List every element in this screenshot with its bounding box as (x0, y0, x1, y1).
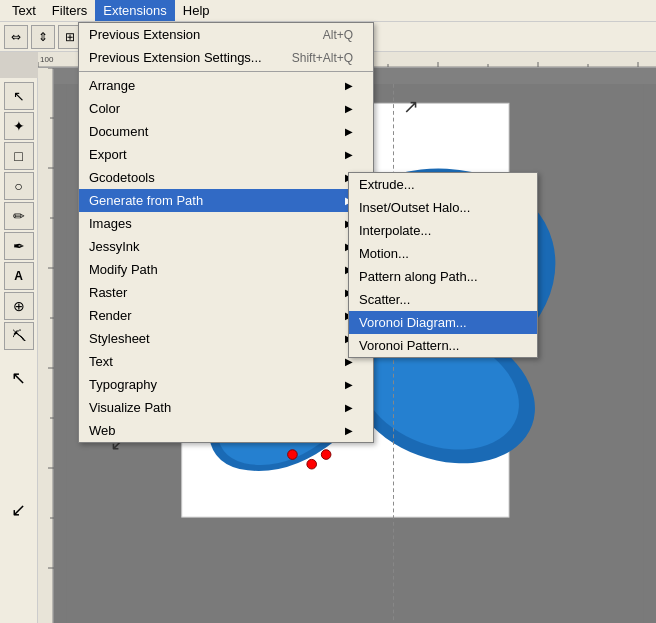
submenu-pattern-along-path[interactable]: Pattern along Path... (349, 265, 537, 288)
web-label: Web (89, 423, 116, 438)
prev-ext-label: Previous Extension (89, 27, 200, 42)
menu-images[interactable]: Images ▶ (79, 212, 373, 235)
svg-text:100: 100 (40, 55, 54, 64)
submenu-inset-outset[interactable]: Inset/Outset Halo... (349, 196, 537, 219)
submenu-scatter[interactable]: Scatter... (349, 288, 537, 311)
inset-outset-label: Inset/Outset Halo... (359, 200, 470, 215)
menu-previous-extension-settings[interactable]: Previous Extension Settings... Shift+Alt… (79, 46, 373, 69)
extensions-menu-popup: Previous Extension Alt+Q Previous Extens… (78, 22, 374, 443)
tool-ellipse[interactable]: ○ (4, 172, 34, 200)
menu-raster[interactable]: Raster ▶ (79, 281, 373, 304)
left-toolbar: ↖ ✦ □ ○ ✏ ✒ A ⊕ ⛏ ↖ ↙ (0, 78, 38, 623)
gcodetools-label: Gcodetools (89, 170, 155, 185)
tool-text[interactable]: A (4, 262, 34, 290)
tool-pen[interactable]: ✒ (4, 232, 34, 260)
motion-label: Motion... (359, 246, 409, 261)
color-label: Color (89, 101, 120, 116)
document-label: Document (89, 124, 148, 139)
svg-point-63 (321, 450, 331, 460)
web-arrow: ▶ (345, 425, 353, 436)
pattern-along-path-label: Pattern along Path... (359, 269, 478, 284)
menu-text[interactable]: Text (4, 0, 44, 21)
tool-node[interactable]: ✦ (4, 112, 34, 140)
arrange-arrow: ▶ (345, 80, 353, 91)
export-arrow: ▶ (345, 149, 353, 160)
extrude-label: Extrude... (359, 177, 415, 192)
submenu-interpolate[interactable]: Interpolate... (349, 219, 537, 242)
visualize-path-label: Visualize Path (89, 400, 171, 415)
tool-zoom[interactable]: ⊕ (4, 292, 34, 320)
stylesheet-label: Stylesheet (89, 331, 150, 346)
ruler-vertical (38, 68, 54, 623)
menu-visualize-path[interactable]: Visualize Path ▶ (79, 396, 373, 419)
submenu-voronoi-diagram[interactable]: Voronoi Diagram... (349, 311, 537, 334)
submenu-voronoi-pattern[interactable]: Voronoi Pattern... (349, 334, 537, 357)
extensions-dropdown: Previous Extension Alt+Q Previous Extens… (78, 22, 374, 443)
render-label: Render (89, 308, 132, 323)
menu-export[interactable]: Export ▶ (79, 143, 373, 166)
menu-document[interactable]: Document ▶ (79, 120, 373, 143)
jessyink-label: JessyInk (89, 239, 140, 254)
raster-label: Raster (89, 285, 127, 300)
document-arrow: ▶ (345, 126, 353, 137)
menu-text[interactable]: Text ▶ (79, 350, 373, 373)
typography-label: Typography (89, 377, 157, 392)
generate-from-path-label: Generate from Path (89, 193, 203, 208)
typography-arrow: ▶ (345, 379, 353, 390)
menu-generate-from-path[interactable]: Generate from Path ▶ (79, 189, 373, 212)
menu-modify-path[interactable]: Modify Path ▶ (79, 258, 373, 281)
voronoi-pattern-label: Voronoi Pattern... (359, 338, 459, 353)
voronoi-diagram-label: Voronoi Diagram... (359, 315, 467, 330)
arrange-label: Arrange (89, 78, 135, 93)
menu-stylesheet[interactable]: Stylesheet ▶ (79, 327, 373, 350)
tb-btn-2[interactable]: ⇕ (31, 25, 55, 49)
menu-help[interactable]: Help (175, 0, 218, 21)
prev-ext-settings-label: Previous Extension Settings... (89, 50, 262, 65)
arrow-indicator-2: ↙ (4, 496, 34, 524)
tool-dropper[interactable]: ⛏ (4, 322, 34, 350)
visualize-path-arrow: ▶ (345, 402, 353, 413)
menu-color[interactable]: Color ▶ (79, 97, 373, 120)
menu-jessyink[interactable]: JessyInk ▶ (79, 235, 373, 258)
svg-point-61 (288, 450, 298, 460)
menu-bar: Text Filters Extensions Help (0, 0, 656, 22)
menu-filters[interactable]: Filters (44, 0, 95, 21)
submenu-extrude[interactable]: Extrude... (349, 173, 537, 196)
interpolate-label: Interpolate... (359, 223, 431, 238)
menu-extensions[interactable]: Extensions (95, 0, 175, 21)
scatter-label: Scatter... (359, 292, 410, 307)
menu-render[interactable]: Render ▶ (79, 304, 373, 327)
arrow-indicator-1: ↖ (4, 364, 34, 392)
svg-text:↗: ↗ (403, 96, 419, 117)
text-label: Text (89, 354, 113, 369)
tool-rect[interactable]: □ (4, 142, 34, 170)
tool-select[interactable]: ↖ (4, 82, 34, 110)
prev-ext-settings-shortcut: Shift+Alt+Q (292, 51, 353, 65)
menu-previous-extension[interactable]: Previous Extension Alt+Q (79, 23, 373, 46)
images-label: Images (89, 216, 132, 231)
color-arrow: ▶ (345, 103, 353, 114)
menu-web[interactable]: Web ▶ (79, 419, 373, 442)
generate-from-path-submenu: Extrude... Inset/Outset Halo... Interpol… (348, 172, 538, 358)
menu-divider-1 (79, 71, 373, 72)
menu-arrange[interactable]: Arrange ▶ (79, 74, 373, 97)
generate-from-path-popup: Extrude... Inset/Outset Halo... Interpol… (348, 172, 538, 358)
tb-btn-1[interactable]: ⇔ (4, 25, 28, 49)
prev-ext-shortcut: Alt+Q (323, 28, 353, 42)
modify-path-label: Modify Path (89, 262, 158, 277)
tool-pencil[interactable]: ✏ (4, 202, 34, 230)
menu-typography[interactable]: Typography ▶ (79, 373, 373, 396)
svg-point-62 (307, 459, 317, 469)
menu-gcodetools[interactable]: Gcodetools ▶ (79, 166, 373, 189)
submenu-motion[interactable]: Motion... (349, 242, 537, 265)
export-label: Export (89, 147, 127, 162)
